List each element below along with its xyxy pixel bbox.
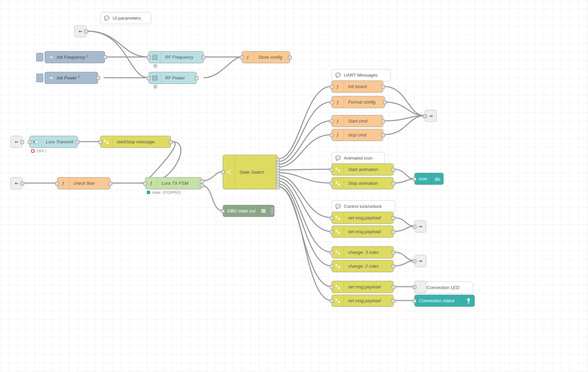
inject-init-power[interactable]: ➔ init Power 1 xyxy=(36,72,98,84)
node-start-cmd[interactable]: ƒ Start cmd xyxy=(331,115,383,127)
arrow-right-icon: ➔ xyxy=(45,75,57,80)
node-label: Start cmd xyxy=(344,118,372,124)
comment-label: Animated icon xyxy=(344,155,372,161)
link-out-uart[interactable] xyxy=(425,110,437,122)
comment-icon: 💬 xyxy=(332,155,344,161)
comment-control-lock[interactable]: 💬 Control lock/unlock xyxy=(331,200,395,212)
inject-button[interactable] xyxy=(36,74,43,82)
numeric-input-icon: 🔢 xyxy=(149,72,161,84)
node-stop-anim[interactable]: Stop animation xyxy=(331,177,394,189)
status-dot-green xyxy=(147,191,150,194)
inject-label: init Power xyxy=(57,76,78,81)
node-stop-cmd[interactable]: ƒ stop cmd xyxy=(331,129,383,141)
link-in-top[interactable] xyxy=(74,25,86,37)
node-label: Connection status xyxy=(415,298,462,303)
link-in-icon xyxy=(13,139,20,145)
change-icon xyxy=(332,164,344,175)
node-set-payload-4[interactable]: set msg.payload xyxy=(331,295,394,307)
node-label: Stop animation xyxy=(344,181,382,186)
node-start-stop[interactable]: start/stop message xyxy=(100,136,171,148)
node-label: set msg.payload xyxy=(344,298,385,303)
node-label: DBG state out xyxy=(223,208,258,213)
link-out-icon xyxy=(417,284,424,290)
node-label: Lora TX FSM xyxy=(157,181,192,186)
node-dbg-out[interactable]: DBG state out xyxy=(223,205,274,217)
node-change-2[interactable]: change: 2 rules xyxy=(331,260,394,272)
change-icon xyxy=(332,281,344,293)
node-format-config[interactable]: ƒ Format config xyxy=(331,96,385,108)
node-set-payload-1[interactable]: set msg.payload xyxy=(331,212,394,224)
link-out-lock2[interactable] xyxy=(414,255,426,267)
node-label: Init board xyxy=(344,84,371,89)
link-in-mid1[interactable] xyxy=(10,136,22,148)
comment-label: Connection LED xyxy=(427,285,460,290)
comment-anim[interactable]: 💬 Animated icon xyxy=(331,152,385,164)
comment-ui-parameters[interactable]: 💬 UI parameters xyxy=(100,12,151,24)
switch-icon xyxy=(223,155,235,189)
node-rf-power[interactable]: 🔢 RF Power xyxy=(148,72,197,84)
ghost-port xyxy=(154,85,157,88)
node-label: start/stop message xyxy=(113,139,159,144)
node-label: set msg.payload xyxy=(344,229,385,234)
node-label: Start animation xyxy=(344,167,382,172)
function-icon: ƒ xyxy=(332,96,344,108)
node-set-payload-2[interactable]: set msg.payload xyxy=(331,226,394,238)
inject-label: init Frequency xyxy=(57,55,86,60)
node-init-board[interactable]: ƒ Init board xyxy=(331,80,383,93)
node-label: Format config xyxy=(344,99,379,105)
svg-rect-4 xyxy=(261,212,266,212)
svg-rect-2 xyxy=(261,209,266,210)
node-label: Lora Transmit xyxy=(42,139,77,144)
node-state-switch[interactable]: State Switch xyxy=(223,155,278,189)
comment-icon: 💬 xyxy=(332,204,344,209)
change-icon xyxy=(332,178,344,189)
led-icon xyxy=(462,295,474,306)
node-start-anim[interactable]: Start animation xyxy=(331,163,394,175)
link-out-icon xyxy=(417,258,424,264)
inject-button[interactable] xyxy=(36,53,43,61)
comment-label: Control lock/unlock xyxy=(344,204,382,209)
node-label: Store config xyxy=(254,55,286,60)
node-label: set msg.payload xyxy=(344,284,385,289)
node-store-config[interactable]: ƒ Store config xyxy=(242,51,290,63)
comment-uart[interactable]: 💬 UART Messages xyxy=(331,69,391,81)
comment-icon: 💬 xyxy=(100,16,113,21)
node-label: change: 3 rules xyxy=(344,250,383,255)
link-out-icon xyxy=(428,113,434,119)
function-icon: ƒ xyxy=(145,178,157,189)
node-label: stop cmd xyxy=(344,132,370,137)
debug-icon xyxy=(258,205,268,217)
svg-rect-3 xyxy=(261,210,266,211)
link-in-mid2[interactable] xyxy=(10,177,22,189)
function-icon: ƒ xyxy=(332,129,344,141)
svg-point-1 xyxy=(33,141,35,143)
debug-toggle-button[interactable] xyxy=(270,207,274,215)
node-rf-frequency[interactable]: 🔢 RF Frequency xyxy=(148,51,204,63)
inject-init-freq[interactable]: ➔ init Frequency 1 xyxy=(36,51,105,63)
link-in-icon xyxy=(77,28,84,35)
function-icon: ƒ xyxy=(332,81,344,92)
node-set-payload-3[interactable]: set msg.payload xyxy=(331,281,394,293)
change-icon xyxy=(332,226,344,237)
link-out-payload3[interactable] xyxy=(414,281,426,293)
link-out-icon xyxy=(417,223,424,230)
node-label: State Switch xyxy=(235,170,268,175)
link-in-icon xyxy=(13,180,20,187)
node-change-3[interactable]: change: 3 rules xyxy=(331,246,394,258)
node-icon-text[interactable]: icon abc xyxy=(414,173,444,185)
node-label: RF Power xyxy=(161,75,189,80)
link-out-lock1[interactable] xyxy=(414,220,426,232)
comment-label: UART Messages xyxy=(344,73,378,78)
node-label: icon xyxy=(415,176,431,181)
node-lora-transmit[interactable]: Lora Transmit xyxy=(29,136,78,148)
node-label: set msg.payload xyxy=(344,215,385,220)
numeric-input-icon: 🔢 xyxy=(149,51,161,63)
node-label: change: 2 rules xyxy=(344,264,383,269)
inject-badge: 1 xyxy=(86,54,88,58)
node-lora-fsm[interactable]: ƒ Lora TX FSM xyxy=(145,177,202,189)
node-check-flow[interactable]: ƒ check flow xyxy=(57,177,110,189)
status-fsm: state: STOPPED xyxy=(147,190,181,194)
node-connection-status[interactable]: Connection status xyxy=(414,295,475,307)
comment-icon: 💬 xyxy=(332,73,344,78)
change-icon xyxy=(332,295,344,306)
